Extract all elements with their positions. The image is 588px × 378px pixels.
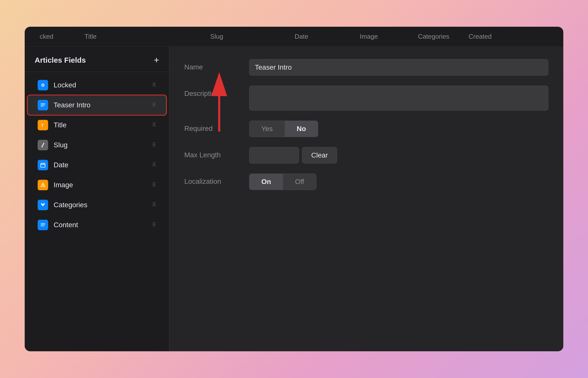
svg-rect-7 [41, 164, 45, 167]
field-icon-categories [38, 200, 48, 210]
col-header-categories: Categories [399, 33, 469, 40]
svg-rect-13 [41, 223, 45, 224]
drag-handle-categories[interactable]: ⠿ [152, 202, 156, 208]
field-item-slug[interactable]: Slug ⠿ [28, 135, 166, 155]
required-label: Required [184, 121, 239, 133]
field-name-categories: Categories [54, 201, 152, 209]
clear-button[interactable]: Clear [302, 147, 337, 164]
field-icon-content [38, 220, 48, 230]
max-length-input[interactable] [249, 147, 299, 164]
table-header: cked Title Slug Date Image Categories Cr… [25, 27, 563, 47]
localization-row: Localization On Off [184, 174, 548, 190]
name-label: Name [184, 59, 239, 71]
field-name-title: Title [54, 121, 152, 129]
svg-rect-2 [41, 103, 45, 104]
field-name-date: Date [54, 161, 152, 169]
field-icon-slug [38, 140, 48, 150]
svg-text:T: T [41, 123, 44, 127]
svg-rect-3 [41, 105, 45, 105]
fields-panel: Articles Fields + Locked ⠿ [25, 47, 169, 351]
drag-handle-date[interactable]: ⠿ [152, 162, 156, 168]
field-item-locked[interactable]: Locked ⠿ [28, 75, 166, 95]
field-item-categories[interactable]: Categories ⠿ [28, 195, 166, 215]
svg-rect-14 [41, 224, 45, 225]
field-icon-date [38, 160, 48, 170]
localization-on-button[interactable]: On [249, 174, 283, 190]
field-item-teaser-intro[interactable]: Teaser Intro ⠿ [28, 95, 166, 115]
max-length-row: Max Length Clear [184, 147, 548, 164]
main-window: cked Title Slug Date Image Categories Cr… [25, 27, 563, 351]
col-header-slug: Slug [169, 33, 264, 40]
fields-panel-title: Articles Fields [35, 56, 86, 64]
name-row: Name [184, 59, 548, 76]
name-input[interactable] [249, 59, 548, 76]
table-body: Yes Getting s, Basics 2/4/25, 12:12 A No… [25, 47, 563, 351]
field-icon-image [38, 180, 48, 190]
field-icon-title: T [38, 120, 48, 130]
description-label: Description [184, 86, 239, 98]
svg-rect-15 [41, 226, 44, 226]
field-item-title[interactable]: T Title ⠿ [28, 115, 166, 135]
localization-toggle-group: On Off [249, 174, 316, 190]
svg-rect-4 [41, 106, 44, 106]
field-name-teaser-intro: Teaser Intro [54, 101, 152, 109]
description-row: Description [184, 86, 548, 111]
col-header-created: Created [469, 33, 548, 40]
svg-point-1 [42, 84, 44, 86]
fields-panel-header: Articles Fields + [25, 47, 169, 72]
field-name-image: Image [54, 181, 152, 189]
field-item-date[interactable]: Date ⠿ [28, 155, 166, 175]
max-length-group: Clear [249, 147, 337, 164]
detail-panel: Name Description Required Yes No [169, 47, 563, 351]
col-header-locked: cked [40, 33, 85, 40]
field-icon-teaser-intro [38, 100, 48, 110]
field-icon-locked [38, 80, 48, 90]
col-header-title: Title [85, 33, 169, 40]
localization-off-button[interactable]: Off [283, 174, 316, 190]
svg-line-6 [42, 143, 44, 147]
drag-handle-locked[interactable]: ⠿ [152, 82, 156, 88]
field-item-content[interactable]: Content ⠿ [28, 215, 166, 235]
required-yes-button[interactable]: Yes [249, 121, 285, 137]
field-name-locked: Locked [54, 81, 152, 89]
required-row: Required Yes No [184, 121, 548, 137]
field-name-slug: Slug [54, 141, 152, 149]
required-toggle-group: Yes No [249, 121, 318, 137]
add-field-button[interactable]: + [154, 56, 159, 65]
fields-overlay: Articles Fields + Locked ⠿ [25, 47, 563, 351]
max-length-label: Max Length [184, 147, 239, 159]
required-no-button[interactable]: No [285, 121, 318, 137]
col-header-image: Image [339, 33, 399, 40]
field-item-image[interactable]: Image ⠿ [28, 175, 166, 195]
drag-handle-content[interactable]: ⠿ [152, 222, 156, 228]
drag-handle-slug[interactable]: ⠿ [152, 142, 156, 148]
drag-handle-teaser-intro[interactable]: ⠿ [152, 102, 156, 108]
drag-handle-title[interactable]: ⠿ [152, 122, 156, 128]
localization-label: Localization [184, 174, 239, 186]
description-input[interactable] [249, 86, 548, 111]
col-header-date: Date [264, 33, 339, 40]
field-name-content: Content [54, 221, 152, 229]
drag-handle-image[interactable]: ⠿ [152, 182, 156, 188]
field-list: Locked ⠿ Teaser Intro ⠿ T [25, 72, 169, 351]
